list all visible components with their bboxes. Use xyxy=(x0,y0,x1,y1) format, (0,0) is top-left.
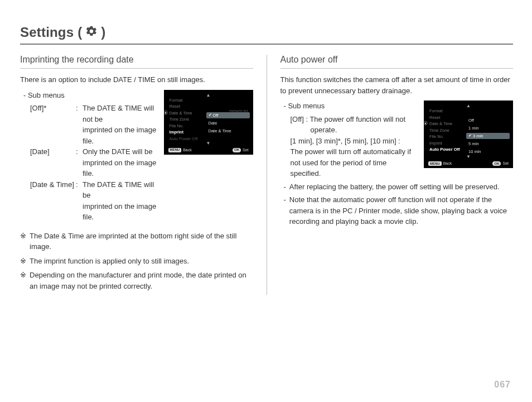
gear-icon xyxy=(423,121,428,128)
camera-menu-options: ✔Off Date Date & Time xyxy=(203,112,250,141)
right-lines: [Off] : The power off function will not … xyxy=(291,114,419,179)
menu-item: Date & Time xyxy=(170,111,203,116)
dash-text: After replacing the battery, the power o… xyxy=(289,181,500,193)
def-key: [Off]* xyxy=(30,103,76,114)
page-title-suffix: ) xyxy=(101,25,105,40)
menu-option: Date xyxy=(206,120,250,126)
menu-item-active: Auto Power Off xyxy=(429,147,463,152)
menu-item: Time Zone xyxy=(170,117,203,122)
ok-pill: OK xyxy=(233,148,241,152)
gear-icon xyxy=(85,25,98,40)
def-val-cont: imprinted on the image file. xyxy=(83,125,158,146)
line: [Off] : The power off function will not xyxy=(291,114,419,125)
left-upper-block: - Sub menus [Off]* : The DATE & TIME wil… xyxy=(20,90,253,223)
right-intro: This function switches the camera off af… xyxy=(280,74,514,96)
ok-pill: OK xyxy=(492,161,501,166)
two-column-layout: Imprinting the recording date There is a… xyxy=(20,55,513,295)
right-column: Auto power off This function switches th… xyxy=(280,55,514,295)
menu-item-active: Imprint xyxy=(170,130,203,135)
scroll-down-icon: ▼ xyxy=(167,141,250,146)
def-val-cont: imprinted on the image file. xyxy=(83,157,158,179)
gear-icon xyxy=(163,110,168,117)
note-text: The Date & Time are imprinted at the bot… xyxy=(30,231,253,252)
def-val-cont: imprinted on the image file. xyxy=(83,201,158,223)
line: operate. xyxy=(291,125,419,136)
submenu-label: - Sub menus xyxy=(284,100,419,112)
right-dash-notes: -After replacing the battery, the power … xyxy=(284,181,514,227)
note-symbol: ※ xyxy=(20,231,26,242)
check-icon: ✔ xyxy=(209,113,212,117)
def-val: The DATE & TIME will not be xyxy=(83,103,158,125)
dash-symbol: - xyxy=(284,181,286,193)
left-column: Imprinting the recording date There is a… xyxy=(20,55,253,295)
camera-menu-footer: MENU Back OK Set xyxy=(427,161,510,167)
def-row-cont: imprinted on the image file. xyxy=(30,201,158,223)
note-symbol: ※ xyxy=(20,256,26,267)
left-notes: ※The Date & Time are imprinted at the bo… xyxy=(20,231,253,292)
line: The power will turn off automatically if xyxy=(291,146,419,157)
note-text: The imprint function is applied only to … xyxy=(30,256,189,267)
camera-menu-body: Format Reset Date & Time Time Zone File … xyxy=(167,98,250,141)
menu-item: File No. xyxy=(170,123,203,128)
left-body: There is an option to include DATE / TIM… xyxy=(20,74,253,291)
title-rule xyxy=(20,44,513,45)
page: Settings ( ) Imprinting the recording da… xyxy=(0,0,532,402)
def-row: [Date] : Only the DATE will be xyxy=(30,146,158,157)
menu-option: 10 min xyxy=(466,149,510,155)
camera-menu-body: Format Reset Date & Time Time Zone File … xyxy=(427,108,510,155)
camera-menu-footer: MENU Back OK Set xyxy=(167,148,250,154)
menu-item: Date & Time xyxy=(429,121,463,126)
dash-text: Note that the automatic power off functi… xyxy=(289,194,513,227)
def-val: Only the DATE will be xyxy=(83,146,158,157)
def-row-cont: imprinted on the image file. xyxy=(30,125,158,146)
note-text: Depending on the manufacturer and print … xyxy=(30,270,253,291)
def-key: [Date] xyxy=(30,146,76,157)
dash-symbol: - xyxy=(284,194,286,227)
right-body: This function switches the camera off af… xyxy=(280,74,514,227)
def-sep: : xyxy=(76,179,83,190)
right-upper-block: - Sub menus [Off] : The power off functi… xyxy=(280,100,514,179)
camera-menu-screenshot-autopoweroff: ▲ Format Reset Date & Time Time Zone Fil… xyxy=(424,100,513,168)
line: [1 min], [3 min]*, [5 min], [10 min] : xyxy=(291,136,419,147)
column-divider xyxy=(267,55,267,295)
menu-item-value: :2009/01/01 xyxy=(228,109,249,114)
menu-option: Off xyxy=(466,117,510,123)
definition-list: [Off]* : The DATE & TIME will not be imp… xyxy=(30,103,158,223)
footer-back: MENU Back xyxy=(168,148,192,152)
left-submenu-block: - Sub menus [Off]* : The DATE & TIME wil… xyxy=(20,90,158,223)
menu-item: Auto Power Off xyxy=(170,136,203,141)
menu-option: 1 min xyxy=(466,125,510,131)
line: not used for the period of time specifie… xyxy=(291,157,419,179)
def-row: [Off]* : The DATE & TIME will not be xyxy=(30,103,158,125)
def-sep: : xyxy=(76,103,83,114)
menu-pill: MENU xyxy=(428,161,442,166)
dash-item: -After replacing the battery, the power … xyxy=(284,181,514,193)
right-submenu-block: - Sub menus [Off] : The power off functi… xyxy=(280,100,419,179)
menu-item: Time Zone xyxy=(429,128,463,133)
camera-menu-screenshot-imprint: ▲ Format Reset Date & Time Time Zone Fil… xyxy=(164,90,253,155)
menu-item: Reset xyxy=(170,104,203,109)
menu-option-selected: ✔3 min xyxy=(466,133,510,139)
note-item: ※Depending on the manufacturer and print… xyxy=(20,270,253,291)
menu-item: Format xyxy=(429,108,463,113)
footer-back-label: Back xyxy=(183,148,192,152)
footer-set: OK Set xyxy=(492,161,509,166)
submenu-label: - Sub menus xyxy=(23,90,158,101)
camera-menu-left-list: Format Reset Date & Time Time Zone File … xyxy=(167,98,203,141)
def-key: [Date & Time] xyxy=(30,179,76,190)
def-sep: : xyxy=(76,146,83,157)
svg-point-1 xyxy=(425,123,427,125)
footer-set: OK Set xyxy=(233,148,249,152)
page-title-prefix: Settings ( xyxy=(20,25,82,40)
page-title-row: Settings ( ) xyxy=(20,25,513,40)
scroll-down-icon: ▼ xyxy=(427,155,510,159)
def-row: [Date & Time] : The DATE & TIME will be xyxy=(30,179,158,201)
svg-point-0 xyxy=(165,112,166,113)
scroll-up-icon: ▲ xyxy=(427,104,510,108)
menu-item: Format xyxy=(170,98,203,103)
note-item: ※The Date & Time are imprinted at the bo… xyxy=(20,231,253,252)
def-val: The DATE & TIME will be xyxy=(83,179,158,201)
menu-item: Imprint xyxy=(429,141,463,146)
note-item: ※The imprint function is applied only to… xyxy=(20,256,253,267)
def-row-cont: imprinted on the image file. xyxy=(30,157,158,179)
